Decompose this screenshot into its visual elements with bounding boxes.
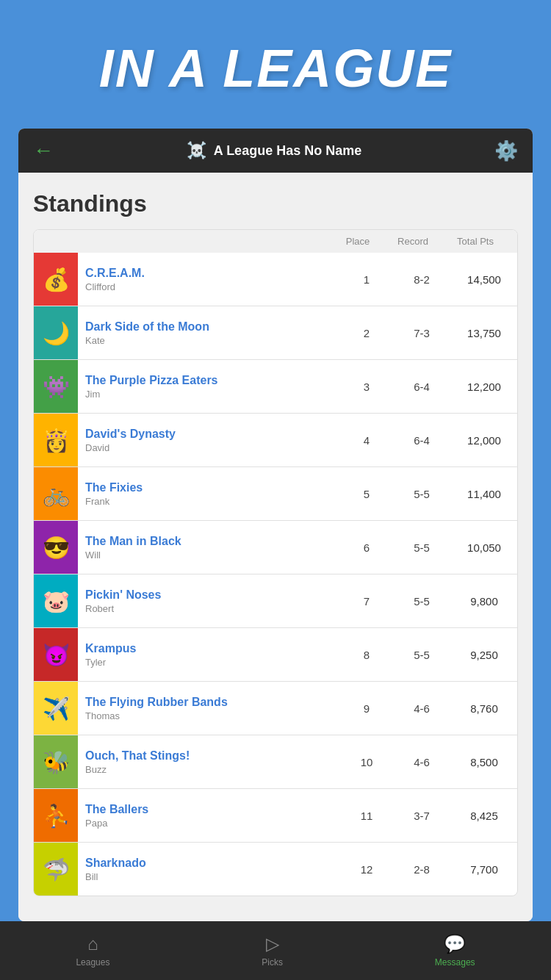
col-record-header: Record	[383, 236, 442, 247]
team-owner: David	[85, 442, 334, 453]
team-info: The Ballers Papa	[78, 797, 341, 835]
team-place: 12	[341, 863, 392, 876]
team-name: The Purple Pizza Eaters	[85, 374, 334, 387]
team-pts: 10,050	[451, 541, 517, 554]
team-info: Dark Side of the Moon Kate	[78, 314, 341, 352]
back-button[interactable]: ←	[33, 139, 54, 162]
team-place: 3	[341, 381, 392, 393]
team-place: 10	[341, 756, 392, 768]
col-place-header: Place	[332, 236, 383, 247]
team-owner: Jim	[85, 389, 334, 400]
team-name: Sharknado	[85, 857, 334, 870]
team-owner: Clifford	[85, 281, 334, 292]
leagues-icon: ⌂	[87, 934, 98, 954]
table-row[interactable]: 😎 The Man in Black Will 6 5-5 10,050	[34, 520, 517, 574]
team-record: 6-4	[392, 381, 451, 393]
messages-icon: 💬	[444, 934, 466, 954]
table-row[interactable]: 💰 C.R.E.A.M. Clifford 1 8-2 14,500	[34, 253, 517, 306]
col-name-header	[87, 236, 332, 247]
team-record: 3-7	[392, 810, 451, 822]
table-row[interactable]: ✈️ The Flying Rubber Bands Thomas 9 4-6 …	[34, 681, 517, 735]
nav-item-leagues[interactable]: ⌂ Leagues	[76, 934, 109, 968]
team-pts: 8,500	[451, 756, 517, 768]
hero-title: IN A LEAGUE	[99, 38, 453, 98]
team-avatar: 😎	[34, 521, 78, 574]
team-pts: 12,000	[451, 434, 517, 447]
app-container: ← ☠️ A League Has No Name ⚙️ Standings P…	[18, 129, 533, 921]
table-row[interactable]: 😈 Krampus Tyler 8 5-5 9,250	[34, 627, 517, 681]
team-name: Dark Side of the Moon	[85, 320, 334, 334]
team-info: David's Dynasty David	[78, 422, 341, 459]
team-owner: Frank	[85, 496, 334, 507]
team-avatar: ⛹️	[34, 789, 78, 842]
team-info: The Purple Pizza Eaters Jim	[78, 368, 341, 406]
team-info: Krampus Tyler	[78, 636, 341, 674]
leagues-label: Leagues	[76, 957, 109, 968]
table-row[interactable]: 👾 The Purple Pizza Eaters Jim 3 6-4 12,2…	[34, 359, 517, 413]
team-place: 1	[341, 273, 392, 286]
team-avatar: ✈️	[34, 682, 78, 735]
standings-title: Standings	[33, 190, 518, 217]
team-avatar: 🌙	[34, 306, 78, 359]
team-pts: 11,400	[451, 488, 517, 500]
team-name: The Flying Rubber Bands	[85, 696, 334, 709]
picks-label: Picks	[262, 957, 283, 968]
team-pts: 8,425	[451, 810, 517, 822]
team-place: 2	[341, 327, 392, 339]
team-info: The Fixies Frank	[78, 475, 341, 513]
table-row[interactable]: 🌙 Dark Side of the Moon Kate 2 7-3 13,75…	[34, 306, 517, 359]
table-row[interactable]: 🐷 Pickin' Noses Robert 7 5-5 9,800	[34, 574, 517, 627]
team-place: 7	[341, 595, 392, 608]
nav-item-messages[interactable]: 💬 Messages	[435, 934, 475, 968]
team-owner: Kate	[85, 335, 334, 346]
team-name: C.R.E.A.M.	[85, 267, 334, 280]
team-name: The Fixies	[85, 481, 334, 494]
col-team-header	[43, 236, 87, 247]
bottom-nav: ⌂ Leagues ▷ Picks 💬 Messages	[0, 921, 551, 980]
team-pts: 9,800	[451, 595, 517, 608]
team-name: Krampus	[85, 642, 334, 655]
league-name: A League Has No Name	[214, 143, 361, 159]
team-record: 5-5	[392, 488, 451, 500]
team-owner: Papa	[85, 818, 334, 829]
settings-icon[interactable]: ⚙️	[494, 140, 518, 162]
team-record: 2-8	[392, 863, 451, 876]
table-row[interactable]: ⛹️ The Ballers Papa 11 3-7 8,425	[34, 788, 517, 842]
team-avatar: 🐝	[34, 735, 78, 788]
team-place: 6	[341, 541, 392, 554]
team-owner: Robert	[85, 603, 334, 614]
team-pts: 12,200	[451, 381, 517, 393]
team-record: 5-5	[392, 541, 451, 554]
team-avatar: 😈	[34, 628, 78, 681]
team-avatar: 👾	[34, 360, 78, 413]
nav-item-picks[interactable]: ▷ Picks	[262, 934, 283, 968]
picks-icon: ▷	[266, 934, 279, 954]
team-pts: 14,500	[451, 273, 517, 286]
team-avatar: 💰	[34, 253, 78, 306]
team-owner: Thomas	[85, 710, 334, 721]
team-record: 5-5	[392, 595, 451, 608]
team-record: 6-4	[392, 434, 451, 447]
table-header: Place Record Total Pts	[34, 230, 517, 253]
team-owner: Bill	[85, 871, 334, 882]
col-pts-header: Total Pts	[442, 236, 508, 247]
team-info: C.R.E.A.M. Clifford	[78, 261, 341, 298]
team-avatar: 🦈	[34, 843, 78, 896]
team-place: 9	[341, 702, 392, 715]
team-owner: Tyler	[85, 657, 334, 668]
table-row[interactable]: 🚲 The Fixies Frank 5 5-5 11,400	[34, 466, 517, 520]
team-record: 7-3	[392, 327, 451, 339]
skull-icon: ☠️	[187, 141, 206, 160]
table-row[interactable]: 👸 David's Dynasty David 4 6-4 12,000	[34, 413, 517, 466]
team-pts: 8,760	[451, 702, 517, 715]
team-avatar: 🐷	[34, 574, 78, 627]
team-info: Ouch, That Stings! Buzz	[78, 743, 341, 781]
table-row[interactable]: 🐝 Ouch, That Stings! Buzz 10 4-6 8,500	[34, 735, 517, 788]
team-record: 4-6	[392, 756, 451, 768]
messages-label: Messages	[435, 957, 475, 968]
team-pts: 13,750	[451, 327, 517, 339]
table-row[interactable]: 🦈 Sharknado Bill 12 2-8 7,700	[34, 842, 517, 896]
team-record: 4-6	[392, 702, 451, 715]
team-name: Ouch, That Stings!	[85, 749, 334, 763]
content-area: Standings Place Record Total Pts 💰 C.R.E…	[18, 173, 533, 921]
